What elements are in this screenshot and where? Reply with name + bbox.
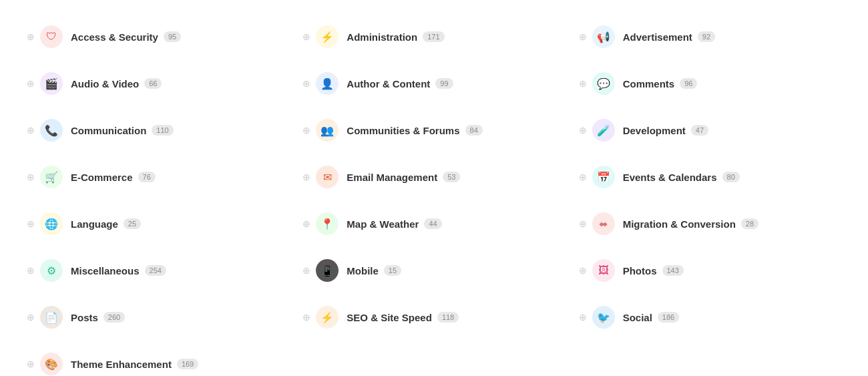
- category-item[interactable]: ⊕ 📍 Map & Weather 44: [296, 200, 572, 247]
- category-name: Access & Security: [71, 31, 158, 43]
- category-item[interactable]: ⊕ 🛒 E-Commerce 76: [20, 154, 296, 200]
- expand-icon[interactable]: ⊕: [579, 312, 587, 323]
- expand-icon[interactable]: ⊕: [27, 312, 35, 323]
- category-icon: 🌐: [40, 212, 63, 235]
- category-item[interactable]: ⊕ 🛡 Access & Security 95: [20, 13, 296, 60]
- category-name: Language: [71, 218, 118, 230]
- category-count: 25: [124, 218, 141, 229]
- category-name: Mobile: [347, 265, 379, 276]
- expand-icon[interactable]: ⊕: [579, 31, 587, 42]
- category-name: E-Commerce: [71, 172, 133, 183]
- category-count: 66: [144, 78, 162, 89]
- expand-icon[interactable]: ⊕: [579, 125, 587, 136]
- expand-icon[interactable]: ⊕: [579, 172, 587, 182]
- category-name: Events & Calendars: [623, 172, 717, 183]
- category-icon: 📄: [40, 306, 63, 329]
- expand-icon[interactable]: ⊕: [27, 265, 35, 276]
- expand-icon[interactable]: ⊕: [27, 172, 35, 182]
- category-name: Miscellaneous: [71, 265, 140, 276]
- category-item[interactable]: ⊕ 🖼 Photos 143: [572, 247, 848, 294]
- category-count: 53: [443, 172, 460, 182]
- category-name: Map & Weather: [347, 218, 419, 230]
- category-name: Advertisement: [623, 31, 692, 43]
- category-item[interactable]: ⊕ 👤 Author & Content 99: [296, 60, 572, 107]
- category-icon: 🎬: [40, 72, 63, 95]
- expand-icon[interactable]: ⊕: [579, 78, 587, 89]
- category-count: 84: [465, 125, 483, 136]
- expand-icon[interactable]: ⊕: [579, 218, 587, 229]
- category-name: Social: [623, 312, 652, 323]
- category-icon: 🎨: [40, 353, 63, 375]
- category-count: 92: [698, 31, 715, 42]
- category-icon: 🐦: [592, 306, 615, 329]
- category-item[interactable]: ⊕ 🎨 Theme Enhancement 169: [20, 341, 296, 376]
- category-item[interactable]: ⊕ 🌐 Language 25: [20, 200, 296, 247]
- category-count: 76: [138, 172, 156, 182]
- expand-icon[interactable]: ⊕: [27, 218, 35, 229]
- category-item[interactable]: ⊕ 📄 Posts 260: [20, 294, 296, 341]
- category-icon: ✉: [316, 166, 339, 188]
- category-count: 143: [662, 265, 684, 276]
- expand-icon[interactable]: ⊕: [302, 172, 310, 182]
- category-item[interactable]: ⊕ 🧪 Development 47: [572, 107, 848, 154]
- expand-icon[interactable]: ⊕: [27, 78, 35, 89]
- category-count: 95: [164, 31, 181, 42]
- category-name: Communities & Forums: [347, 125, 459, 136]
- category-count: 99: [435, 78, 453, 89]
- category-count: 15: [384, 265, 401, 276]
- category-item[interactable]: ⊕ 👥 Communities & Forums 84: [296, 107, 572, 154]
- category-item[interactable]: ⊕ ⚙ Miscellaneous 254: [20, 247, 296, 294]
- expand-icon[interactable]: ⊕: [27, 359, 35, 369]
- category-name: Audio & Video: [71, 78, 139, 89]
- expand-icon[interactable]: ⊕: [579, 265, 587, 276]
- expand-icon[interactable]: ⊕: [27, 31, 35, 42]
- category-item[interactable]: ⊕ 💬 Comments 96: [572, 60, 848, 107]
- category-count: 254: [145, 265, 166, 276]
- category-name: Theme Enhancement: [71, 359, 172, 370]
- category-icon: ⚡: [316, 306, 339, 329]
- category-item[interactable]: ⊕ ⚡ Administration 171: [296, 13, 572, 60]
- category-icon: 👤: [316, 72, 339, 95]
- expand-icon[interactable]: ⊕: [27, 125, 35, 136]
- category-item[interactable]: ⊕ 🎬 Audio & Video 66: [20, 60, 296, 107]
- category-name: SEO & Site Speed: [347, 312, 432, 323]
- category-icon: 📍: [316, 212, 339, 235]
- expand-icon[interactable]: ⊕: [302, 265, 310, 276]
- category-icon: 📞: [40, 119, 63, 142]
- category-count: 186: [658, 312, 679, 323]
- category-item[interactable]: ⊕ 📱 Mobile 15: [296, 247, 572, 294]
- category-icon: 📱: [316, 259, 339, 282]
- category-item[interactable]: ⊕ ⬌ Migration & Conversion 28: [572, 200, 848, 247]
- expand-icon[interactable]: ⊕: [302, 218, 310, 229]
- category-icon: 📢: [592, 25, 615, 48]
- category-count: 169: [177, 359, 198, 369]
- category-item[interactable]: ⊕ ⚡ SEO & Site Speed 118: [296, 294, 572, 341]
- category-item[interactable]: ⊕ 🐦 Social 186: [572, 294, 848, 341]
- category-icon: 👥: [316, 119, 339, 142]
- category-count: 118: [437, 312, 459, 323]
- category-icon: 🛒: [40, 166, 63, 188]
- category-count: 47: [691, 125, 708, 136]
- category-icon: 🖼: [592, 259, 615, 282]
- category-count: 96: [680, 78, 697, 89]
- empty-cell: [572, 341, 848, 376]
- category-icon: 💬: [592, 72, 615, 95]
- category-item[interactable]: ⊕ ✉ Email Management 53: [296, 154, 572, 200]
- category-name: Author & Content: [347, 78, 430, 89]
- category-name: Development: [623, 125, 686, 136]
- expand-icon[interactable]: ⊕: [302, 312, 310, 323]
- expand-icon[interactable]: ⊕: [302, 125, 310, 136]
- category-icon: ⚙: [40, 259, 63, 282]
- category-icon: 🧪: [592, 119, 615, 142]
- category-name: Administration: [347, 31, 417, 43]
- category-name: Migration & Conversion: [623, 218, 736, 230]
- category-name: Comments: [623, 78, 675, 89]
- category-item[interactable]: ⊕ 📅 Events & Calendars 80: [572, 154, 848, 200]
- category-item[interactable]: ⊕ 📞 Communication 110: [20, 107, 296, 154]
- expand-icon[interactable]: ⊕: [302, 78, 310, 89]
- category-count: 28: [741, 218, 758, 229]
- category-item[interactable]: ⊕ 📢 Advertisement 92: [572, 13, 848, 60]
- category-name: Posts: [71, 312, 98, 323]
- expand-icon[interactable]: ⊕: [302, 31, 310, 42]
- category-count: 171: [423, 31, 444, 42]
